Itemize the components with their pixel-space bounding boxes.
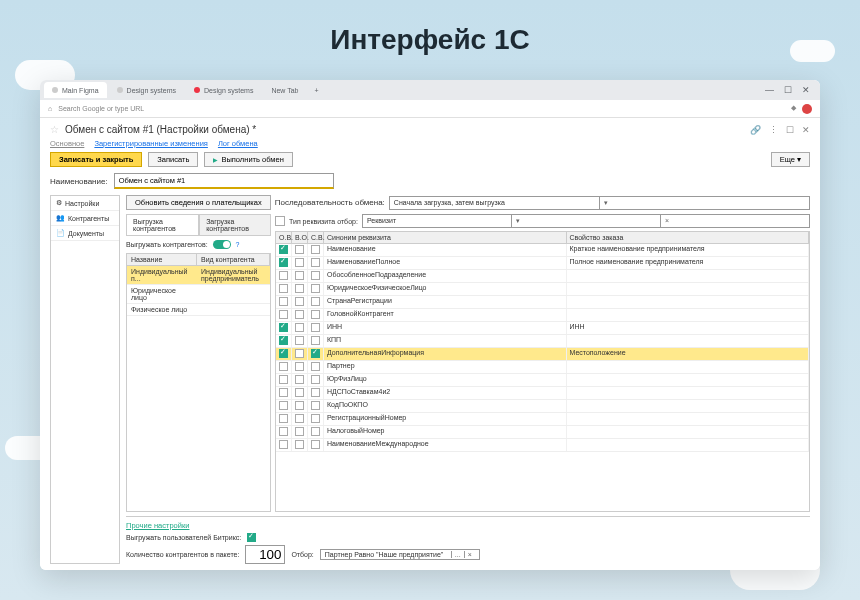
maximize-icon[interactable]: ☐: [784, 85, 792, 95]
grid-row[interactable]: НалоговыйНомер: [276, 426, 809, 439]
checkbox[interactable]: [295, 323, 304, 332]
checkbox[interactable]: [279, 245, 288, 254]
home-icon[interactable]: ⌂: [48, 105, 52, 112]
checkbox[interactable]: [295, 284, 304, 293]
checkbox[interactable]: [295, 349, 304, 358]
checkbox[interactable]: [295, 414, 304, 423]
checkbox[interactable]: [295, 297, 304, 306]
grid-row[interactable]: СтранаРегистрации: [276, 296, 809, 309]
name-input[interactable]: [114, 173, 334, 189]
grid-row[interactable]: ОбособленноеПодразделение: [276, 270, 809, 283]
address-input[interactable]: Search Google or type URL: [58, 105, 144, 112]
checkbox[interactable]: [311, 258, 320, 267]
checkbox[interactable]: [311, 323, 320, 332]
run-exchange-button[interactable]: Выполнить обмен: [204, 152, 292, 167]
more-button[interactable]: Еще ▾: [771, 152, 810, 167]
grid-row[interactable]: КПП: [276, 335, 809, 348]
checkbox[interactable]: [279, 414, 288, 423]
checkbox[interactable]: [279, 323, 288, 332]
checkbox[interactable]: [279, 297, 288, 306]
browser-tab[interactable]: Design systems: [109, 82, 184, 98]
sidebar-documents[interactable]: 📄Документы: [51, 226, 119, 241]
new-tab-button[interactable]: +: [309, 87, 325, 94]
nav-main[interactable]: Основное: [50, 139, 84, 148]
checkbox[interactable]: [279, 375, 288, 384]
checkbox[interactable]: [295, 271, 304, 280]
count-input[interactable]: [245, 545, 285, 564]
checkbox[interactable]: [311, 349, 320, 358]
grid-row[interactable]: ДополнительнаяИнформацияМестоположение: [276, 348, 809, 361]
checkbox[interactable]: [279, 336, 288, 345]
browser-tab[interactable]: Design systems: [186, 82, 261, 98]
nav-changes[interactable]: Зарегистрированные изменения: [94, 139, 208, 148]
save-button[interactable]: Записать: [148, 152, 198, 167]
nav-log[interactable]: Лог обмена: [218, 139, 258, 148]
checkbox[interactable]: [279, 427, 288, 436]
checkbox[interactable]: [295, 427, 304, 436]
checkbox[interactable]: [295, 388, 304, 397]
checkbox[interactable]: [279, 401, 288, 410]
avatar[interactable]: [802, 104, 812, 114]
checkbox[interactable]: [311, 310, 320, 319]
bitrix-checkbox[interactable]: [247, 533, 256, 542]
checkbox[interactable]: [311, 427, 320, 436]
checkbox[interactable]: [279, 349, 288, 358]
window-icon[interactable]: ☐: [786, 125, 794, 135]
checkbox[interactable]: [295, 310, 304, 319]
close-icon[interactable]: ✕: [802, 85, 810, 95]
link-icon[interactable]: 🔗: [750, 125, 761, 135]
checkbox[interactable]: [311, 362, 320, 371]
close-icon[interactable]: ✕: [802, 125, 810, 135]
grid-row[interactable]: Партнер: [276, 361, 809, 374]
other-settings-link[interactable]: Прочие настройки: [126, 521, 189, 530]
star-icon[interactable]: ☆: [50, 124, 59, 135]
export-toggle[interactable]: [213, 240, 231, 249]
grid-row[interactable]: НДСПоСтавкам4и2: [276, 387, 809, 400]
grid-row[interactable]: КодПоОКПО: [276, 400, 809, 413]
checkbox[interactable]: [311, 297, 320, 306]
seq-select[interactable]: Сначала загрузка, затем выгрузка▾: [389, 196, 810, 210]
extension-icon[interactable]: ◆: [791, 104, 796, 114]
grid-row[interactable]: РегистрационныйНомер: [276, 413, 809, 426]
sidebar-settings[interactable]: ⚙Настройки: [51, 196, 119, 211]
checkbox[interactable]: [279, 258, 288, 267]
checkbox[interactable]: [311, 336, 320, 345]
tab-export[interactable]: Выгрузка контрагентов: [126, 214, 199, 235]
checkbox[interactable]: [279, 284, 288, 293]
checkbox[interactable]: [311, 245, 320, 254]
checkbox[interactable]: [311, 284, 320, 293]
browser-tab[interactable]: New Tab: [263, 82, 306, 98]
filter-icon[interactable]: [275, 216, 285, 226]
save-close-button[interactable]: Записать и закрыть: [50, 152, 142, 167]
checkbox[interactable]: [311, 388, 320, 397]
checkbox[interactable]: [279, 310, 288, 319]
table-row[interactable]: Юридическое лицо: [127, 285, 270, 304]
checkbox[interactable]: [311, 375, 320, 384]
grid-row[interactable]: ИННИНН: [276, 322, 809, 335]
checkbox[interactable]: [295, 258, 304, 267]
menu-icon[interactable]: ⋮: [769, 125, 778, 135]
checkbox[interactable]: [311, 414, 320, 423]
tab-import[interactable]: Загрузка контрагентов: [199, 214, 271, 235]
checkbox[interactable]: [311, 440, 320, 449]
minimize-icon[interactable]: —: [765, 85, 774, 95]
grid-row[interactable]: ЮридическоеФизическоеЛицо: [276, 283, 809, 296]
checkbox[interactable]: [279, 271, 288, 280]
req-type-select[interactable]: Реквизит▾×: [362, 214, 810, 228]
grid-row[interactable]: НаименованиеПолноеПолное наименование пр…: [276, 257, 809, 270]
checkbox[interactable]: [295, 375, 304, 384]
browser-tab[interactable]: Main Figma: [44, 82, 107, 98]
checkbox[interactable]: [311, 271, 320, 280]
checkbox[interactable]: [279, 440, 288, 449]
help-icon[interactable]: ?: [236, 241, 240, 248]
checkbox[interactable]: [295, 401, 304, 410]
filter-input[interactable]: Партнер Равно "Наше предприятие"...×: [320, 549, 480, 560]
grid-row[interactable]: ГоловнойКонтрагент: [276, 309, 809, 322]
checkbox[interactable]: [295, 362, 304, 371]
refresh-payers-button[interactable]: Обновить сведения о плательщиках: [126, 195, 271, 210]
grid-row[interactable]: НаименованиеКраткое наименование предпри…: [276, 244, 809, 257]
checkbox[interactable]: [295, 336, 304, 345]
checkbox[interactable]: [279, 362, 288, 371]
grid-row[interactable]: ЮрФизЛицо: [276, 374, 809, 387]
checkbox[interactable]: [311, 401, 320, 410]
